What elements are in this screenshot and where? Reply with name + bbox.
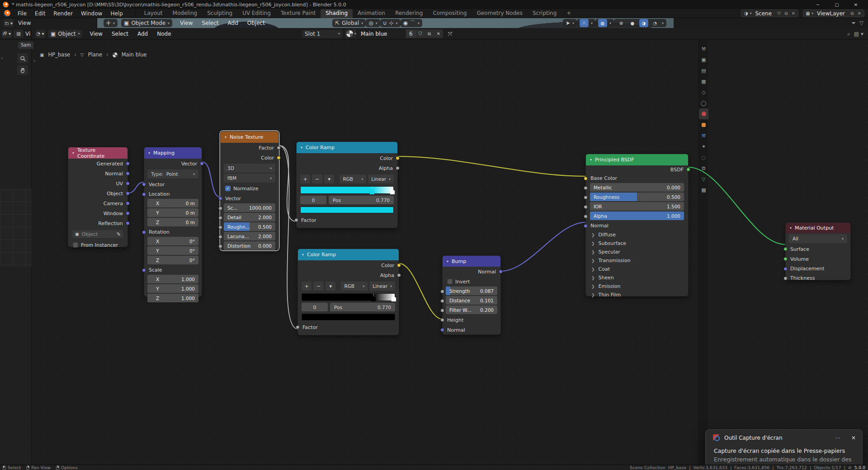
output-socket-factor[interactable] (277, 146, 281, 150)
node-toolbar-expand-icon[interactable]: › (33, 58, 35, 64)
distortion-field[interactable]: Distortion0.000 (224, 241, 275, 250)
shader-editor-type-icon[interactable]: ◔ ▾ (35, 30, 45, 38)
image-editor-type-icon[interactable]: 🗗 ▾ (2, 30, 12, 38)
input-socket-lacunarity[interactable] (218, 235, 222, 239)
noise-type-dropdown[interactable]: fBM▾ (224, 174, 275, 183)
stop-color-swatch[interactable] (302, 314, 395, 320)
tab-world-icon[interactable]: ◯ (699, 98, 708, 108)
gradient-stop-selected[interactable] (369, 189, 374, 194)
output-socket-alpha[interactable] (396, 166, 400, 170)
wireframe-shading-icon[interactable]: ⊕ (617, 19, 626, 27)
scale-field[interactable]: Sc...1000.000 (224, 203, 275, 212)
xray-icon[interactable]: ◍ (598, 19, 607, 27)
node-header[interactable]: ▾Bump (443, 256, 500, 267)
filter-icon[interactable]: ⏷ (851, 20, 856, 26)
viewport-menu-add[interactable]: Add (224, 20, 242, 26)
node-editor[interactable]: Sam ‹ › ⚒ ▣ ▤ ▦ ◇ ◯ ⚒ ✦ ◌ ⧉ ▽ (0, 40, 868, 465)
pivot-dropdown[interactable]: ◎▾ (366, 19, 380, 27)
menu-window[interactable]: Window (77, 10, 106, 17)
image-icon[interactable]: ▨ (14, 30, 24, 38)
output-socket-bsdf[interactable] (686, 168, 690, 172)
unlink-material-icon[interactable]: ✕ (434, 29, 443, 38)
gradient-bar[interactable] (302, 293, 395, 301)
location-x-field[interactable]: X0 m (147, 199, 198, 207)
breadcrumb-object[interactable]: HP_base (48, 52, 70, 58)
input-socket-normal[interactable] (584, 224, 588, 228)
overlays-icon[interactable]: ⤫ (580, 19, 589, 27)
input-socket-height[interactable] (440, 318, 444, 322)
checkbox-on[interactable]: ✓ (225, 186, 231, 191)
input-socket-distortion[interactable] (218, 244, 222, 248)
ramp-options-button[interactable]: ▾ (324, 174, 334, 183)
minimize-button[interactable]: ─ (808, 0, 827, 9)
tab-material-icon[interactable] (699, 108, 708, 119)
input-socket-volume[interactable] (783, 257, 788, 261)
menu-edit[interactable]: Edit (31, 10, 49, 17)
color-mode-dropdown[interactable]: RGB▾ (340, 174, 366, 183)
node-mapping[interactable]: ▾Mapping Vector Type: Point▾ Vector Loca… (144, 147, 202, 297)
orientation-dropdown[interactable]: ⇱ Global▾ (332, 19, 366, 27)
tab-rendering[interactable]: Rendering (390, 9, 428, 18)
pan-tool-button[interactable] (17, 65, 28, 75)
properties-filter-icon[interactable]: ▤ ▾ (854, 31, 863, 37)
input-socket-roughness[interactable] (218, 225, 222, 229)
output-socket-object[interactable] (126, 192, 130, 196)
tab-output-icon[interactable]: ▤ (699, 65, 708, 76)
stop-position-field[interactable]: Pos0.770 (330, 303, 395, 311)
sample-tab[interactable]: Sam (18, 42, 33, 49)
output-socket-vector[interactable] (200, 162, 204, 166)
solid-shading-icon[interactable]: ● (628, 19, 637, 27)
roughness-field[interactable]: Roughn...0.500 (224, 222, 275, 231)
search-icon[interactable]: ⌕ (847, 31, 850, 37)
scale-y-field[interactable]: Y1.000 (147, 284, 198, 293)
distance-field[interactable]: Distance0.101 (446, 296, 497, 305)
slot-dropdown[interactable]: Slot 1▾ (302, 30, 343, 38)
node-bump[interactable]: ▾Bump Normal Invert Strength0.087 Distan… (442, 255, 501, 335)
rotation-z-field[interactable]: Z0° (147, 256, 198, 264)
interpolation-dropdown[interactable]: Linear▾ (369, 282, 395, 291)
node-header[interactable]: ▾Texture Coordinate (68, 147, 127, 159)
section-subsurface[interactable]: ❯Subsurface (586, 239, 688, 248)
delete-viewlayer-icon[interactable]: ✕ (856, 11, 863, 16)
shader-menu-select[interactable]: Select (107, 31, 133, 37)
maximize-button[interactable]: ▢ (827, 0, 846, 9)
input-socket-filter-width[interactable] (440, 308, 444, 312)
xray-group[interactable]: ◍▾ (595, 19, 614, 27)
tab-constraints-icon[interactable]: ⧉ (699, 163, 708, 174)
filter-width-field[interactable]: Filter W...0.200 (446, 306, 497, 314)
tab-physics-icon[interactable]: ◌ (699, 152, 708, 163)
proportional-group[interactable]: ◉⌒▾ (401, 19, 423, 27)
location-z-field[interactable]: Z0 m (147, 218, 198, 226)
menu-help[interactable]: Help (106, 10, 127, 17)
node-noise-texture[interactable]: ▾Noise Texture Factor Color 3D▾ fBM▾ ✓ N… (220, 131, 279, 250)
node-color-ramp-2[interactable]: ▾Color Ramp Color Alpha + − ▾ RGB▾ Linea… (297, 249, 399, 335)
tab-modeling[interactable]: Modeling (168, 9, 203, 18)
tab-compositing[interactable]: Compositing (428, 9, 472, 18)
fake-user-shield-icon[interactable]: ⛉ (416, 29, 425, 38)
notification-more-icon[interactable]: ⋯ (835, 435, 841, 441)
input-socket-detail[interactable] (218, 216, 222, 220)
node-texture-coordinate[interactable]: ▾Texture Coordinate Generated Normal UV … (68, 147, 128, 247)
remove-stop-button[interactable]: − (313, 282, 323, 291)
output-socket-normal[interactable] (126, 172, 130, 176)
object-picker-field[interactable]: ▣ Object ✎ (72, 230, 124, 239)
add-stop-button[interactable]: + (300, 174, 310, 183)
viewport-menu-object[interactable]: Object (243, 20, 269, 26)
gradient-stop-end[interactable] (390, 189, 395, 194)
scale-x-field[interactable]: X1.000 (147, 275, 198, 283)
material-name-field[interactable]: Main blue (356, 29, 406, 38)
input-socket-strength[interactable] (440, 289, 444, 293)
material-preview-icon[interactable]: ◑ (639, 19, 648, 27)
input-socket-factor[interactable] (294, 218, 298, 222)
alpha-field[interactable]: Alpha1.000 (590, 212, 684, 220)
input-socket-base-color[interactable] (584, 176, 588, 180)
viewlayer-selector[interactable]: ▦▾ ViewLayer ⧉ ✕ (803, 9, 864, 17)
tab-modifiers-icon[interactable]: ⚒ (699, 130, 708, 141)
output-socket-generated[interactable] (126, 162, 130, 166)
scene-name[interactable]: Scene (751, 10, 775, 17)
tab-render-icon[interactable]: ▣ (699, 54, 708, 65)
folder-icon[interactable]: 🗀 ▾ (4, 19, 14, 27)
viewport-menu-select[interactable]: Select (198, 20, 223, 26)
output-socket-camera[interactable] (126, 202, 130, 206)
copy-scene-icon[interactable]: ⧉ (783, 11, 790, 16)
